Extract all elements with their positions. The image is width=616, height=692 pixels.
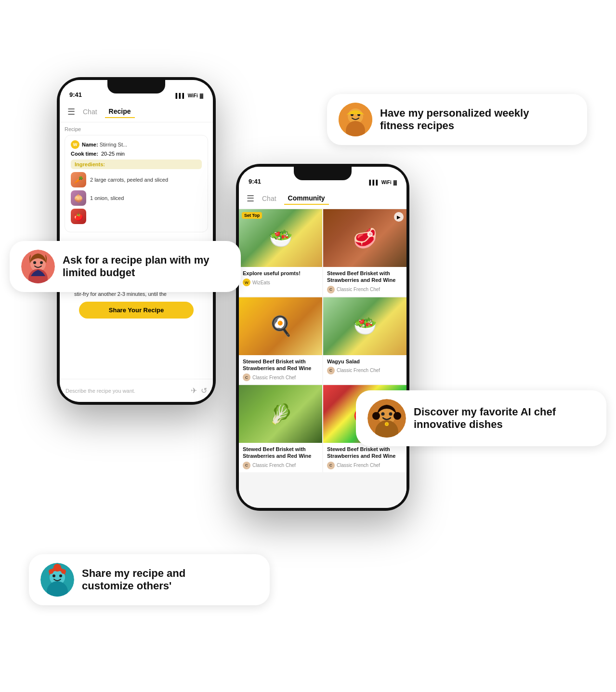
food-title-1: Explore useful promts! [243, 270, 318, 277]
signal-icon: ▌▌▌ [175, 93, 185, 98]
nav-bar-right: ☰ Chat Community [239, 188, 406, 209]
time-right: 9:41 [249, 178, 261, 185]
ingredient-img-tomato: 🍅 [71, 209, 86, 224]
play-button-2[interactable]: ▶ [394, 212, 404, 222]
phone-right: 9:41 ▌▌▌ WiFi ▓ ☰ Chat Community [236, 164, 409, 511]
hamburger-left[interactable]: ☰ [67, 106, 75, 117]
food-card-info-1: Explore useful promts! W WizEats [239, 267, 322, 289]
send-icon[interactable]: ✈ [191, 386, 197, 395]
food-card-4[interactable]: 🥗 Wagyu Salad C Classic French Chef [323, 297, 406, 385]
food-img-4: 🥗 [323, 297, 406, 355]
recipe-name-line: W Name: Stirring St... [71, 140, 202, 149]
chef-avatar-6: C [327, 462, 335, 469]
svg-point-8 [33, 261, 36, 264]
chef-row-3: C Classic French Chef [243, 373, 318, 381]
chef-row-6: C Classic French Chef [327, 462, 403, 469]
svg-point-23 [59, 574, 62, 577]
chef-avatar-5: C [243, 462, 250, 469]
status-icons-right: ▌▌▌ WiFi ▓ [369, 180, 397, 185]
recipe-breadcrumb: Recipe [65, 126, 208, 132]
ingredient-row-carrot: 🥕 2 large carrots, peeled and sliced [71, 172, 202, 187]
chef-name-2: Classic French Chef [337, 287, 380, 292]
input-placeholder-left[interactable]: Describe the recipe you want. [66, 388, 187, 394]
chef-name-3: Classic French Chef [252, 375, 296, 380]
chef-avatar-3: C [243, 373, 250, 381]
status-icons-left: ▌▌▌ WiFi ▓ [175, 93, 203, 98]
svg-point-18 [386, 423, 388, 425]
ingredient-img-onion: 🧅 [71, 190, 86, 206]
svg-point-25 [49, 569, 53, 574]
hamburger-right[interactable]: ☰ [247, 193, 254, 204]
bubble-budget-text: Ask for a recipe plan with my limited bu… [63, 254, 217, 279]
signal-icon-right: ▌▌▌ [369, 180, 379, 185]
time-left: 9:41 [69, 91, 82, 98]
food-title-4: Wagyu Salad [327, 358, 403, 365]
food-card-info-2: Stewed Beef Brisket with Strawberries an… [323, 267, 406, 296]
svg-point-16 [393, 412, 401, 420]
food-card-1[interactable]: 🥗 Set Top Explore useful promts! W WizEa… [239, 209, 322, 296]
name-label: Name: [82, 142, 100, 147]
food-img-3: 🍳 [239, 297, 322, 355]
ingredients-header: Ingredients: [71, 160, 202, 169]
refresh-icon[interactable]: ↺ [201, 386, 207, 395]
community-content: 🥗 Set Top Explore useful promts! W WizEa… [239, 209, 406, 508]
tab-community-right[interactable]: Community [284, 192, 329, 205]
chef-name-5: Classic French Chef [252, 463, 296, 468]
avatar-share [40, 563, 74, 597]
name-value: Stirring St... [100, 142, 127, 147]
input-bar-left: Describe the recipe you want. ✈ ↺ [60, 379, 213, 402]
chef-avatar-4: C [327, 367, 335, 374]
chef-name-4: Classic French Chef [337, 368, 380, 373]
svg-point-15 [372, 412, 380, 420]
cooktime-label: Cook time: [71, 151, 100, 157]
svg-point-13 [381, 413, 385, 416]
phone-right-screen: 9:41 ▌▌▌ WiFi ▓ ☰ Chat Community [239, 167, 406, 508]
food-title-2: Stewed Beef Brisket with Strawberries an… [327, 270, 403, 284]
svg-point-22 [52, 574, 55, 577]
food-card-info-3: Stewed Beef Brisket with Strawberries an… [239, 355, 322, 385]
ingredient-row-onion: 🧅 1 onion, sliced [71, 190, 202, 206]
food-title-5: Stewed Beef Brisket with Strawberries an… [243, 446, 318, 460]
chef-avatar-2: C [327, 286, 335, 293]
svg-point-14 [389, 413, 393, 416]
food-card-5[interactable]: 🥬 Stewed Beef Brisket with Strawberries … [239, 385, 322, 472]
chef-row-1: W WizEats [243, 279, 318, 286]
chef-row-2: C Classic French Chef [327, 286, 403, 293]
bubble-discover-text: Discover my favorite AI chef innovative … [414, 406, 568, 431]
notch-right [294, 167, 352, 180]
wifi-icon: WiFi [188, 93, 198, 98]
ingredient-text-carrot: 2 large carrots, peeled and sliced [90, 177, 168, 183]
food-card-info-5: Stewed Beef Brisket with Strawberries an… [239, 443, 322, 472]
food-card-3[interactable]: 🍳 Stewed Beef Brisket with Strawberries … [239, 297, 322, 385]
bubble-fitness-text: Have my personalized weekly fitness reci… [380, 107, 534, 133]
cooktime-value: 20-25 min [101, 151, 125, 157]
food-card-2[interactable]: 🥩 ▶ Stewed Beef Brisket with Strawberrie… [323, 209, 406, 296]
ingredient-row-tomato: 🍅 [71, 209, 202, 224]
chef-avatar-1: W [243, 279, 250, 286]
ingredient-text-onion: 1 onion, sliced [90, 195, 124, 201]
avatar-budget [21, 250, 55, 283]
bubble-budget: Ask for a recipe plan with my limited bu… [10, 241, 241, 292]
share-recipe-button[interactable]: Share Your Recipe [79, 302, 194, 319]
tab-chat-left[interactable]: Chat [79, 106, 101, 118]
tab-chat-right[interactable]: Chat [258, 193, 280, 204]
tab-recipe-left[interactable]: Recipe [105, 106, 135, 118]
avatar-fitness [339, 103, 372, 136]
ingredient-img-carrot: 🥕 [71, 172, 86, 187]
chef-row-4: C Classic French Chef [327, 367, 403, 374]
bubble-fitness: Have my personalized weekly fitness reci… [327, 94, 587, 145]
wifi-icon-right: WiFi [381, 180, 392, 185]
svg-point-9 [40, 261, 43, 264]
set-top-badge: Set Top [242, 212, 262, 219]
food-title-6: Stewed Beef Brisket with Strawberries an… [327, 446, 403, 460]
food-img-5: 🥬 [239, 385, 322, 443]
avatar-discover [367, 399, 406, 438]
notch-left [107, 80, 165, 93]
svg-point-26 [61, 569, 66, 574]
battery-icon-right: ▓ [393, 180, 397, 185]
recipe-message-box: W Name: Stirring St... Cook time: 20-25 … [65, 135, 208, 232]
bubble-discover: Discover my favorite AI chef innovative … [356, 390, 606, 446]
food-card-info-4: Wagyu Salad C Classic French Chef [323, 355, 406, 377]
chef-name-6: Classic French Chef [337, 463, 380, 468]
food-title-3: Stewed Beef Brisket with Strawberries an… [243, 358, 318, 372]
